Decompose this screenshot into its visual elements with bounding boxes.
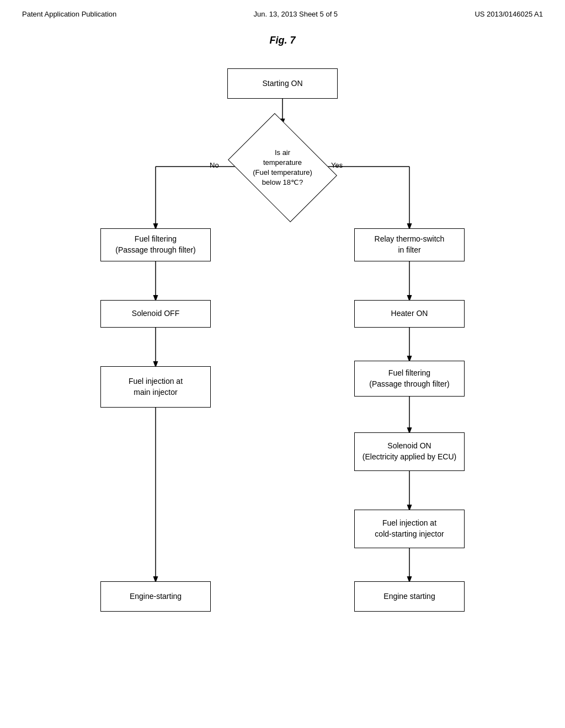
label-yes: Yes	[331, 161, 343, 169]
flowchart: Starting ON Is airtemperature(Fuel tempe…	[45, 57, 520, 636]
starting-on-box: Starting ON	[227, 68, 338, 99]
figure-title: Fig. 7	[0, 35, 565, 46]
header-middle: Jun. 13, 2013 Sheet 5 of 5	[254, 10, 338, 18]
engine-starting-right-box: Engine starting	[354, 581, 465, 612]
solenoid-off-box: Solenoid OFF	[100, 300, 211, 328]
solenoid-on-box: Solenoid ON(Electricity applied by ECU)	[354, 432, 465, 471]
page-header: Patent Application Publication Jun. 13, …	[0, 0, 565, 18]
label-no: No	[210, 161, 219, 169]
relay-thermo-box: Relay thermo-switchin filter	[354, 228, 465, 261]
decision-diamond-wrapper: Is airtemperature(Fuel temperature)below…	[238, 124, 327, 212]
fuel-injection-cold-box: Fuel injection atcold-starting injector	[354, 510, 465, 548]
engine-starting-left-box: Engine-starting	[100, 581, 211, 612]
fuel-injection-main-box: Fuel injection atmain injector	[100, 366, 211, 408]
header-left: Patent Application Publication	[22, 10, 116, 18]
heater-on-box: Heater ON	[354, 300, 465, 328]
decision-diamond	[228, 113, 337, 222]
right-fuel-filtering-box: Fuel filtering(Passage through filter)	[354, 361, 465, 397]
left-fuel-filtering-box: Fuel filtering(Passage through filter)	[100, 228, 211, 261]
header-right: US 2013/0146025 A1	[475, 10, 543, 18]
